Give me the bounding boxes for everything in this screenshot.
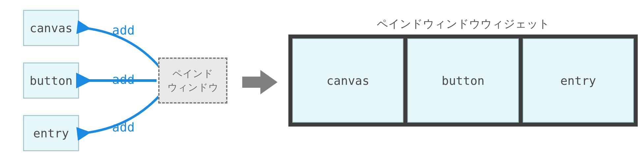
add-label-canvas: add xyxy=(112,23,135,37)
source-widget-label: canvas xyxy=(30,21,73,35)
pane-label: button xyxy=(442,74,484,87)
source-widget-label: entry xyxy=(33,127,69,140)
pane-label: canvas xyxy=(327,74,369,87)
pane-canvas: canvas xyxy=(292,38,403,123)
paned-window-widget: canvas button entry xyxy=(288,35,638,127)
transform-arrow-icon xyxy=(241,67,280,97)
pane-label: entry xyxy=(560,74,596,87)
add-label-entry: add xyxy=(112,120,135,134)
paned-window-source-label: ペインド ウィンドウ xyxy=(167,67,219,94)
pane-button: button xyxy=(407,38,518,123)
add-label-button: add xyxy=(112,72,135,87)
paned-window-source-box: ペインド ウィンドウ xyxy=(158,58,227,104)
result-title: ペインドウィンドウウィジェット xyxy=(288,16,638,32)
pane-entry: entry xyxy=(523,38,634,123)
source-widget-label: button xyxy=(30,74,73,87)
source-widget-canvas: canvas xyxy=(23,10,79,46)
diagram-stage: canvas button entry add add add ペインド ウィン… xyxy=(13,7,631,158)
source-widget-entry: entry xyxy=(23,115,79,151)
source-widget-button: button xyxy=(23,62,79,99)
